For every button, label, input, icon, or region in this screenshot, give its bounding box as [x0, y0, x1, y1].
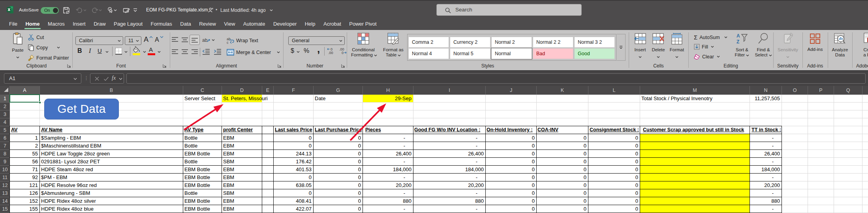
- cell-F13[interactable]: 0: [274, 189, 314, 197]
- cell-E8[interactable]: [262, 150, 274, 158]
- cell-K10[interactable]: 0: [537, 166, 588, 174]
- style-swatch-normal-2[interactable]: Normal 2: [492, 37, 532, 47]
- touch-mode-dropdown-icon[interactable]: [114, 9, 117, 11]
- style-swatch-normal-5[interactable]: Normal 5: [450, 49, 490, 59]
- save-icon[interactable]: [63, 7, 70, 14]
- cell-A15[interactable]: 155: [9, 205, 40, 213]
- cell-A11[interactable]: 92: [9, 174, 40, 181]
- cell-L4[interactable]: [588, 118, 640, 126]
- cell-N11[interactable]: -: [750, 174, 782, 181]
- format-cells-button[interactable]: Format: [668, 32, 686, 60]
- cell-I10[interactable]: 184,000: [413, 166, 486, 174]
- cell-O10[interactable]: [782, 166, 808, 174]
- cell-G2[interactable]: [314, 103, 363, 110]
- style-swatch-bad[interactable]: Bad: [533, 49, 573, 59]
- cell-A10[interactable]: 71: [9, 166, 40, 174]
- cell-B7[interactable]: $Maschinenstillstand EBM: [40, 142, 183, 150]
- cell-O3[interactable]: [782, 110, 808, 118]
- cell-K5[interactable]: COA-INV: [537, 126, 588, 134]
- clear-button[interactable]: Clear: [694, 54, 720, 60]
- comma-style-button[interactable]: ,: [317, 43, 320, 55]
- cell-P10[interactable]: [808, 166, 834, 174]
- column-header-O[interactable]: O: [782, 86, 808, 95]
- cell-N2[interactable]: [750, 103, 782, 110]
- copy-button[interactable]: Copy: [28, 44, 60, 51]
- cell-O8[interactable]: [782, 150, 808, 158]
- tab-acrobat[interactable]: Acrobat: [323, 19, 342, 30]
- cell-A1[interactable]: [10, 95, 40, 103]
- row-header-10[interactable]: 10: [0, 166, 10, 174]
- cell-P9[interactable]: [808, 158, 834, 166]
- fill-button[interactable]: Fill: [694, 44, 714, 50]
- cell-N1[interactable]: 11,257,505: [750, 95, 782, 103]
- cell-H15[interactable]: -: [363, 205, 413, 213]
- cell-D12[interactable]: EBM: [222, 181, 262, 189]
- percent-style-button[interactable]: %: [304, 47, 309, 54]
- cell-D14[interactable]: EBM: [222, 197, 262, 205]
- cell-P14[interactable]: [808, 197, 834, 205]
- increase-font-button[interactable]: A: [144, 36, 148, 44]
- cell-K8[interactable]: 0: [537, 150, 588, 158]
- autosum-button[interactable]: Σ AutoSum: [694, 34, 727, 41]
- style-swatch-normal-4[interactable]: Normal 4: [409, 49, 449, 59]
- style-swatch-normal-3-2[interactable]: Normal 3 2: [575, 37, 614, 47]
- conditional-formatting-button[interactable]: Conditional Formatting: [351, 32, 376, 58]
- row-header-8[interactable]: 8: [0, 150, 10, 158]
- cell-M11[interactable]: [640, 174, 750, 181]
- format-as-table-button[interactable]: Format as Table: [381, 32, 405, 58]
- align-right-icon[interactable]: [191, 49, 198, 55]
- column-header-C[interactable]: C: [183, 86, 222, 95]
- cell-C7[interactable]: Bottle: [183, 142, 222, 150]
- cell-D8[interactable]: EBM: [222, 150, 262, 158]
- cell-H5[interactable]: Pieces: [363, 126, 413, 134]
- cell-C8[interactable]: EBM Bottle: [183, 150, 222, 158]
- cell-K9[interactable]: 0: [537, 158, 588, 166]
- cell-O9[interactable]: [782, 158, 808, 166]
- cell-I1[interactable]: [413, 95, 486, 103]
- style-swatch-normal[interactable]: Normal: [492, 49, 532, 59]
- cell-J13[interactable]: 0: [486, 189, 537, 197]
- last-modified-label[interactable]: Last Modified: 4h ago: [220, 7, 266, 13]
- cell-Q4[interactable]: [834, 118, 862, 126]
- cell-Q1[interactable]: [834, 95, 862, 103]
- cell-F6[interactable]: 0: [274, 134, 314, 142]
- cell-J11[interactable]: 0: [486, 174, 537, 181]
- cell-F3[interactable]: [274, 110, 314, 118]
- cell-C9[interactable]: Bottle: [183, 158, 222, 166]
- cell-L12[interactable]: 0: [588, 181, 640, 189]
- cell-O6[interactable]: [782, 134, 808, 142]
- row-header-7[interactable]: 7: [0, 142, 10, 150]
- row-header-2[interactable]: 2: [0, 103, 10, 110]
- cell-N12[interactable]: 20,200: [750, 181, 782, 189]
- column-header-A[interactable]: A: [10, 86, 40, 95]
- column-header-H[interactable]: H: [363, 86, 413, 95]
- column-header-P[interactable]: P: [808, 86, 834, 95]
- cell-I11[interactable]: -: [413, 174, 486, 181]
- column-header-B[interactable]: B: [40, 86, 183, 95]
- fx-dropdown-icon[interactable]: [119, 78, 122, 80]
- cell-N8[interactable]: 26,400: [750, 150, 782, 158]
- cell-B5[interactable]: AV Name: [40, 126, 183, 134]
- cell-P13[interactable]: [808, 189, 834, 197]
- format-painter-button[interactable]: Format Painter: [28, 54, 69, 61]
- clipboard-dialog-launcher-icon[interactable]: [67, 64, 71, 68]
- cell-M13[interactable]: [640, 189, 750, 197]
- column-header-E[interactable]: E: [262, 86, 274, 95]
- tab-file[interactable]: File: [8, 19, 18, 30]
- cell-M9[interactable]: [640, 158, 750, 166]
- column-header-Q[interactable]: Q: [834, 86, 862, 95]
- fx-icon[interactable]: fx: [112, 75, 116, 81]
- delete-cells-button[interactable]: Delete: [650, 32, 667, 60]
- cell-N4[interactable]: [750, 118, 782, 126]
- cell-I14[interactable]: 880: [413, 197, 486, 205]
- cell-D7[interactable]: EBM: [222, 142, 262, 150]
- cell-Q12[interactable]: [834, 181, 862, 189]
- cell-O12[interactable]: [782, 181, 808, 189]
- cell-M15[interactable]: [640, 205, 750, 213]
- document-title[interactable]: EOM FG-PKG Template.xlsm: [146, 7, 208, 13]
- cell-P7[interactable]: [808, 142, 834, 150]
- cell-C13[interactable]: Bottle: [183, 189, 222, 197]
- cell-E7[interactable]: [262, 142, 274, 150]
- tab-home[interactable]: Home: [24, 19, 40, 30]
- cell-B13[interactable]: $Abmusterung - SBM: [40, 189, 183, 197]
